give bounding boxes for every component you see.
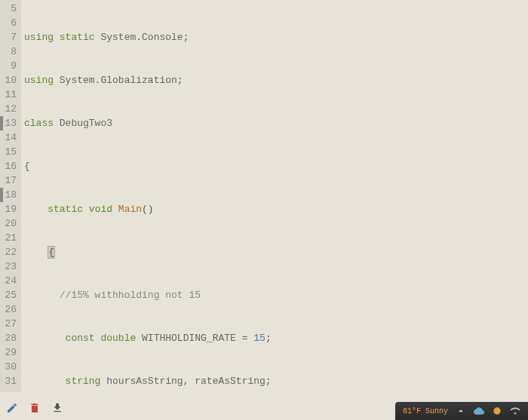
code-line[interactable]: //15% withholding not 15 — [24, 288, 528, 302]
line-number: 27 — [0, 317, 17, 331]
line-number: 28 — [0, 331, 17, 345]
download-icon[interactable] — [51, 402, 63, 414]
line-number: 10 — [0, 73, 17, 87]
code-area[interactable]: using static System.Console; using Syste… — [21, 0, 528, 392]
line-number: 22 — [0, 245, 17, 259]
line-number: 9 — [0, 59, 17, 73]
line-number: 23 — [0, 259, 17, 274]
code-editor[interactable]: 5 6 7 8 9 10 11 12 13 14 15 16 17 18 19 … — [0, 0, 528, 392]
code-line[interactable]: static void Main() — [24, 202, 528, 216]
line-number: 8 — [0, 44, 17, 59]
line-number: 7 — [0, 30, 17, 44]
line-number: 24 — [0, 274, 17, 288]
edit-icon[interactable] — [6, 402, 18, 414]
code-line[interactable]: using System.Globalization; — [24, 73, 528, 87]
line-number: 30 — [0, 360, 17, 374]
line-number: 16 — [0, 159, 17, 173]
code-line[interactable]: class DebugTwo3 — [24, 116, 528, 130]
svg-point-0 — [493, 407, 500, 414]
delete-icon[interactable] — [29, 402, 41, 414]
wifi-icon[interactable] — [510, 406, 520, 416]
line-number: 31 — [0, 374, 17, 388]
editor-toolbar — [6, 402, 63, 414]
cloud-icon[interactable] — [474, 406, 484, 416]
line-number: 15 — [0, 145, 17, 159]
code-line[interactable]: const double WITHHOLDING_RATE = 15; — [24, 331, 528, 345]
line-number: 25 — [0, 288, 17, 302]
chevron-up-icon[interactable] — [456, 406, 466, 416]
line-number-gutter: 5 6 7 8 9 10 11 12 13 14 15 16 17 18 19 … — [0, 0, 21, 392]
line-number: 14 — [0, 130, 17, 145]
line-number: 21 — [0, 231, 17, 245]
line-number: 12 — [0, 102, 17, 116]
weather-widget[interactable]: 61°F Sunny — [403, 407, 448, 415]
breakpoint-marker[interactable] — [0, 188, 3, 202]
line-number: 19 — [0, 202, 17, 216]
line-number: 26 — [0, 302, 17, 317]
line-number: 17 — [0, 173, 17, 188]
line-number: 29 — [0, 345, 17, 360]
code-line[interactable]: { — [24, 245, 528, 259]
code-line[interactable]: using static System.Console; — [24, 30, 528, 44]
update-icon[interactable] — [492, 406, 502, 416]
line-number: 5 — [0, 2, 17, 16]
breakpoint-marker[interactable] — [0, 116, 3, 130]
code-line[interactable]: { — [24, 159, 528, 173]
line-number: 20 — [0, 216, 17, 231]
taskbar: 61°F Sunny — [395, 402, 528, 420]
line-number: 11 — [0, 87, 17, 102]
line-number: 6 — [0, 16, 17, 30]
code-line[interactable]: string hoursAsString, rateAsString; — [24, 374, 528, 388]
